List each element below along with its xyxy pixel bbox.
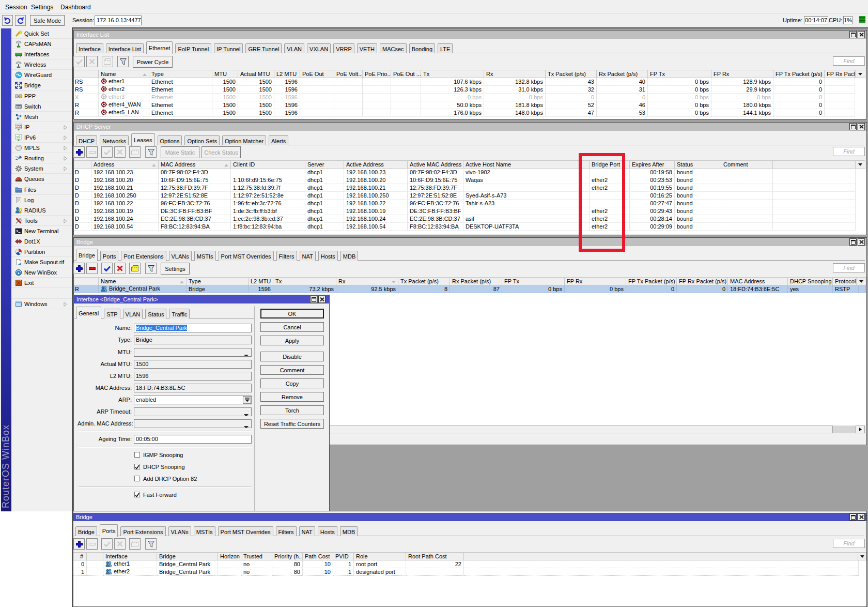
svg-text:255: 255 [16, 125, 22, 128]
svg-text:v6: v6 [16, 134, 20, 139]
